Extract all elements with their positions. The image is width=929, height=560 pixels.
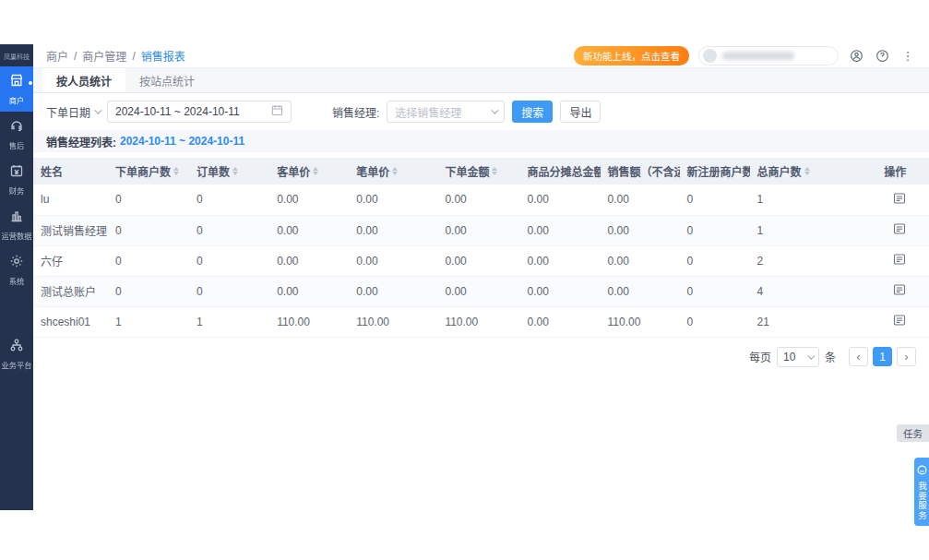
table-cell: 0.00 <box>519 276 600 306</box>
column-header[interactable]: 销售额（不含运费） <box>601 158 680 185</box>
column-label: 笔单价 <box>356 163 389 179</box>
table-cell: 测试总账户 <box>33 276 108 306</box>
per-page-label: 每页 <box>749 349 771 364</box>
service-smiley-icon <box>917 462 927 479</box>
tab-by-site[interactable]: 按站点统计 <box>125 68 208 92</box>
view-detail-icon[interactable] <box>893 222 906 235</box>
table-cell: 0.00 <box>269 245 349 276</box>
date-range-value: 2024-10-11 ~ 2024-10-11 <box>115 105 240 118</box>
table-cell: 0 <box>680 185 750 215</box>
operation-cell <box>876 215 929 245</box>
finance-icon <box>9 163 24 182</box>
table-cell: 0 <box>680 245 750 276</box>
table-cell: 0.00 <box>601 215 680 245</box>
sidebar-item-aftersales[interactable]: 售后 <box>0 112 33 157</box>
sort-carets-icon[interactable] <box>392 167 398 175</box>
view-detail-icon[interactable] <box>893 314 906 327</box>
table-cell: 0.00 <box>437 215 519 245</box>
table-cell: 4 <box>750 276 877 306</box>
manager-select[interactable]: 选择销售经理 <box>387 101 505 123</box>
table-row: lu000.000.000.000.000.0001 <box>33 185 929 215</box>
view-detail-icon[interactable] <box>893 192 906 205</box>
table-cell: 110.00 <box>349 306 437 337</box>
column-header[interactable]: 下单商户数 <box>108 158 189 185</box>
sort-carets-icon[interactable] <box>232 167 238 175</box>
breadcrumb-item[interactable]: 商户管理 <box>82 48 126 64</box>
sidebar: 凤巢科技 商户 售后 财务 运营数据 <box>0 44 33 510</box>
main-area: 商户 / 商户管理 / 销售报表 新功能上线，点击查看 ⋮ <box>33 44 929 510</box>
breadcrumb-item[interactable]: 商户 <box>46 48 68 64</box>
active-indicator-dot <box>29 81 32 85</box>
table-cell: 0.00 <box>437 276 519 306</box>
view-detail-icon[interactable] <box>893 283 906 296</box>
column-header[interactable]: 客单价 <box>269 158 349 185</box>
sort-carets-icon[interactable] <box>173 167 179 175</box>
org-chart-icon <box>9 338 24 356</box>
column-header[interactable]: 笔单价 <box>349 158 437 185</box>
new-feature-badge[interactable]: 新功能上线，点击查看 <box>574 46 689 66</box>
table-cell: 0 <box>680 215 750 245</box>
table-cell: 0 <box>189 245 269 276</box>
sidebar-item-label: 业务平台 <box>1 360 31 371</box>
table-cell: 2 <box>750 245 877 276</box>
sidebar-item-operations-data[interactable]: 运营数据 <box>0 202 33 247</box>
sidebar-item-label: 运营数据 <box>1 231 31 242</box>
chevron-down-icon <box>492 106 499 113</box>
table-row: 测试总账户000.000.000.000.000.0004 <box>33 276 929 306</box>
table-row: shceshi0111110.00110.00110.000.00110.000… <box>33 306 929 337</box>
table-cell: 110.00 <box>601 306 680 337</box>
view-detail-icon[interactable] <box>893 253 906 266</box>
prev-page-button[interactable]: ‹ <box>849 347 868 366</box>
column-header[interactable]: 总商户数 <box>750 158 877 185</box>
sidebar-item-system[interactable]: 系统 <box>0 247 33 292</box>
sidebar-item-finance[interactable]: 财务 <box>0 157 33 202</box>
column-header[interactable]: 订单数 <box>189 158 269 185</box>
list-header-band: 销售经理列表: 2024-10-11 ~ 2024-10-11 <box>33 130 929 152</box>
username-redacted <box>722 52 794 60</box>
more-icon[interactable]: ⋮ <box>899 48 916 65</box>
column-header[interactable]: 下单金额 <box>437 158 519 185</box>
top-bar: 商户 / 商户管理 / 销售报表 新功能上线，点击查看 ⋮ <box>33 44 929 68</box>
table-cell: 0.00 <box>437 185 519 215</box>
table-cell: 0 <box>108 185 189 215</box>
column-label: 操作 <box>884 163 906 179</box>
gear-icon <box>9 254 24 272</box>
sort-carets-icon[interactable] <box>313 167 318 175</box>
table-cell: 0 <box>108 215 189 245</box>
operation-cell <box>876 276 929 306</box>
breadcrumb-separator: / <box>74 50 77 63</box>
date-range-input[interactable]: 2024-10-11 ~ 2024-10-11 <box>107 101 292 123</box>
table-cell: 0 <box>189 276 269 306</box>
tab-by-personnel[interactable]: 按人员统计 <box>42 68 125 92</box>
help-icon[interactable] <box>874 48 890 65</box>
user-account-pill[interactable] <box>698 46 839 66</box>
chevron-down-icon <box>94 106 101 113</box>
chevron-down-icon <box>807 351 815 359</box>
task-float-tab[interactable]: 任务 <box>897 424 929 442</box>
table-cell: 0 <box>189 185 269 215</box>
per-page-select[interactable]: 10 <box>777 347 819 367</box>
manager-select-placeholder: 选择销售经理 <box>395 104 461 120</box>
sort-carets-icon[interactable] <box>804 167 810 175</box>
table-cell: 0.00 <box>601 245 680 276</box>
date-field-selector[interactable]: 下单日期 <box>46 104 100 120</box>
contact-icon[interactable] <box>848 48 864 65</box>
sort-carets-icon[interactable] <box>492 167 497 175</box>
export-button[interactable]: 导出 <box>560 101 601 123</box>
column-header[interactable]: 新注册商户数 <box>680 158 750 185</box>
table-cell: 0.00 <box>519 185 600 215</box>
service-float-tab[interactable]: 我要服务 <box>914 458 929 526</box>
search-button[interactable]: 搜索 <box>512 101 553 123</box>
next-page-button[interactable]: › <box>897 347 916 366</box>
page-1-button[interactable]: 1 <box>873 347 892 366</box>
table-cell: 110.00 <box>437 306 519 337</box>
sidebar-item-merchant[interactable]: 商户 <box>0 66 33 112</box>
table-cell: 0 <box>108 276 189 306</box>
table-cell: 0.00 <box>601 276 680 306</box>
sidebar-item-business-platform[interactable]: 业务平台 <box>0 331 33 376</box>
sales-report-table: 姓名下单商户数订单数客单价笔单价下单金额商品分摊总金额销售额（不含运费）新注册商… <box>33 158 929 338</box>
table-cell: 六仔 <box>33 245 108 276</box>
per-page-unit-label: 条 <box>825 349 836 364</box>
table-header-row: 姓名下单商户数订单数客单价笔单价下单金额商品分摊总金额销售额（不含运费）新注册商… <box>33 158 929 185</box>
table-cell: 1 <box>108 306 189 337</box>
